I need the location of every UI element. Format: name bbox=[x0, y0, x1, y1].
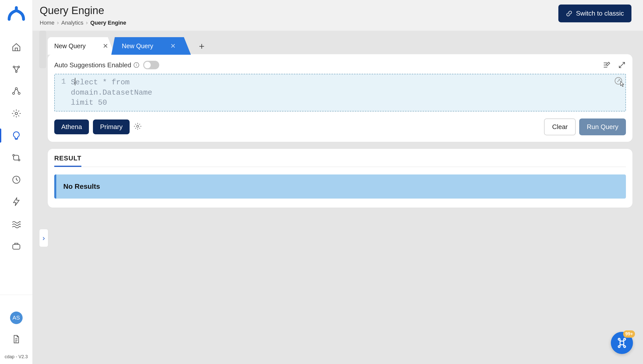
breadcrumb: Home › Analytics › Query Engine bbox=[40, 20, 126, 26]
editor-placeholder: Select * from domain.DatasetName limit 5… bbox=[71, 77, 152, 108]
nav-query-icon[interactable] bbox=[10, 130, 22, 142]
close-icon[interactable]: ✕ bbox=[170, 43, 176, 49]
tab-new-query-1[interactable]: New Query ✕ bbox=[48, 37, 115, 55]
line-number: 1 bbox=[59, 77, 66, 108]
run-query-button[interactable]: Run Query bbox=[579, 118, 626, 135]
svg-rect-10 bbox=[13, 245, 20, 249]
breadcrumb-analytics[interactable]: Analytics bbox=[61, 20, 83, 26]
nav-flow-icon[interactable] bbox=[10, 152, 22, 164]
sidebar-expand-handle[interactable]: › bbox=[39, 229, 48, 247]
clear-button[interactable]: Clear bbox=[544, 118, 576, 135]
page-title: Query Engine bbox=[40, 5, 126, 17]
switch-button-label: Switch to classic bbox=[576, 10, 624, 17]
sql-editor[interactable]: 1 Select * from domain.DatasetName limit… bbox=[54, 74, 626, 111]
expand-icon[interactable] bbox=[618, 61, 626, 69]
svg-point-3 bbox=[15, 88, 17, 90]
tab-new-query-2[interactable]: New Query ✕ bbox=[111, 37, 191, 55]
breadcrumb-current: Query Engine bbox=[90, 20, 126, 26]
svg-point-2 bbox=[15, 71, 17, 72]
result-message: No Results bbox=[54, 174, 626, 199]
breadcrumb-home[interactable]: Home bbox=[40, 20, 55, 26]
close-icon[interactable]: ✕ bbox=[103, 43, 108, 49]
svg-point-1 bbox=[18, 66, 19, 68]
nav-waves-icon[interactable] bbox=[10, 218, 22, 230]
tab-label: New Query bbox=[122, 42, 153, 50]
app-logo bbox=[6, 5, 27, 26]
link-icon bbox=[566, 10, 572, 17]
svg-point-7 bbox=[13, 154, 14, 156]
header: Query Engine Home › Analytics › Query En… bbox=[33, 0, 643, 31]
chevron-right-icon: › bbox=[57, 20, 59, 26]
fab-badge: 99+ bbox=[623, 330, 635, 338]
query-editor-card: Auto Suggestions Enabled i 1 Select * fr… bbox=[48, 54, 632, 142]
switch-to-classic-button[interactable]: Switch to classic bbox=[558, 5, 631, 22]
result-card: RESULT No Results bbox=[48, 149, 632, 208]
info-icon[interactable]: i bbox=[134, 62, 139, 68]
source-chip-primary[interactable]: Primary bbox=[93, 119, 130, 134]
document-icon[interactable] bbox=[10, 333, 22, 345]
version-label: cdap - V2.3 bbox=[5, 354, 28, 359]
edit-icon[interactable] bbox=[614, 76, 623, 88]
gear-icon[interactable] bbox=[134, 122, 142, 131]
command-fab[interactable]: 99+ bbox=[611, 332, 633, 354]
user-avatar[interactable]: AS bbox=[10, 312, 23, 324]
main-area: Query Engine Home › Analytics › Query En… bbox=[33, 0, 643, 364]
text-cursor bbox=[75, 78, 75, 85]
beautify-icon[interactable] bbox=[602, 61, 611, 69]
tab-row: New Query ✕ New Query ✕ ＋ bbox=[48, 37, 632, 55]
autosuggest-toggle[interactable] bbox=[143, 61, 159, 69]
nav-settings-icon[interactable] bbox=[10, 107, 22, 119]
mouse-cursor-icon bbox=[619, 81, 625, 89]
svg-point-6 bbox=[15, 112, 18, 115]
svg-point-8 bbox=[18, 159, 20, 161]
add-tab-button[interactable]: ＋ bbox=[196, 41, 207, 51]
engine-chip-athena[interactable]: Athena bbox=[54, 119, 89, 134]
nav-share-icon[interactable] bbox=[10, 63, 22, 75]
command-icon bbox=[616, 337, 627, 348]
svg-point-0 bbox=[13, 66, 15, 68]
sidebar: AS cdap - V2.3 bbox=[0, 0, 33, 364]
nav-clock-icon[interactable] bbox=[10, 174, 22, 186]
result-tab[interactable]: RESULT bbox=[54, 154, 81, 167]
autosuggest-label: Auto Suggestions Enabled bbox=[54, 61, 131, 69]
tab-label: New Query bbox=[54, 42, 86, 50]
scrollbar[interactable] bbox=[39, 31, 46, 68]
chevron-right-icon: › bbox=[86, 20, 88, 26]
svg-point-12 bbox=[137, 125, 139, 127]
nav-briefcase-icon[interactable] bbox=[10, 240, 22, 252]
nav-bolt-icon[interactable] bbox=[10, 196, 22, 208]
nav-nodes-icon[interactable] bbox=[10, 85, 22, 97]
nav-home-icon[interactable] bbox=[10, 41, 22, 53]
